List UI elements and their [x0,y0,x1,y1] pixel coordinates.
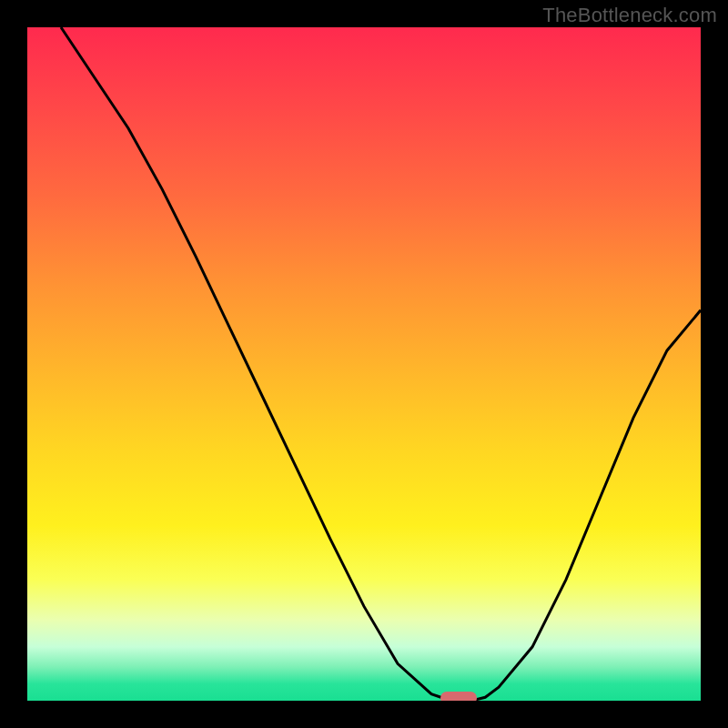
watermark-text: TheBottleneck.com [542,4,717,27]
plot-area [27,27,701,701]
chart-frame: TheBottleneck.com [0,0,728,728]
bottleneck-curve-path [61,27,701,701]
optimal-marker [440,692,477,701]
curve-svg [27,27,701,701]
